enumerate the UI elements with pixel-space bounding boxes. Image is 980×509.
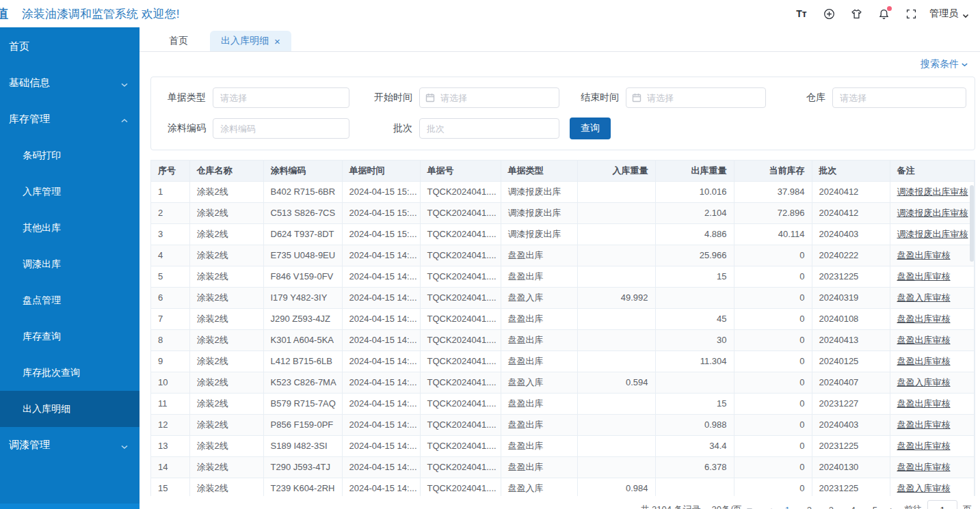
- remark-link[interactable]: 盘盈出库审核: [897, 356, 951, 366]
- table-row: 2涂装2线C513 S826-7CS2024-04-15 15:...TQCK2…: [151, 202, 974, 223]
- cell-batch: 20240412: [812, 202, 890, 223]
- remark-link[interactable]: 盘盈出库审核: [897, 398, 951, 409]
- remark-link[interactable]: 盘盈出库审核: [897, 462, 951, 472]
- close-icon[interactable]: ×: [274, 36, 280, 46]
- page-size-select[interactable]: 20条/页: [712, 504, 753, 509]
- cell-batch: 20240413: [812, 329, 890, 350]
- table-row: 7涂装2线J290 Z593-4JZ2024-04-15 14:...TQCK2…: [151, 308, 974, 329]
- page-number-5[interactable]: 5: [865, 500, 884, 509]
- remark-link[interactable]: 盘盈出库审核: [897, 271, 951, 281]
- sidebar-item-stock-query[interactable]: 库存查询: [0, 318, 140, 355]
- remark-link[interactable]: 调漆报废出库审核: [897, 229, 968, 239]
- cell-doc_time: 2024-04-15 14:...: [342, 245, 420, 266]
- sidebar-item-other-outbound[interactable]: 其他出库: [0, 210, 140, 246]
- sidebar-item-home[interactable]: 首页: [0, 29, 140, 65]
- add-circle-icon[interactable]: [823, 8, 835, 20]
- cell-doc_type: 盘盈入库: [501, 478, 577, 496]
- sidebar-item-barcode-print[interactable]: 条码打印: [0, 137, 140, 174]
- start-time-picker[interactable]: [419, 87, 559, 108]
- remark-link[interactable]: 盘盈出库审核: [897, 419, 951, 430]
- sidebar-item-inbound[interactable]: 入库管理: [0, 174, 140, 210]
- cell-batch: 20231225: [812, 266, 890, 287]
- sidebar-item-stock-batch-query[interactable]: 库存批次查询: [0, 355, 140, 391]
- vertical-scrollbar[interactable]: [970, 185, 974, 262]
- cell-stock: 0: [734, 478, 812, 496]
- cell-batch: 20240403: [812, 223, 890, 245]
- cell-paint_code: L412 B715-6LB: [263, 350, 342, 372]
- paint-code-input[interactable]: [213, 118, 349, 139]
- cell-stock: 0: [734, 372, 812, 393]
- field-paint-code: 涂料编码: [151, 118, 358, 139]
- remark-link[interactable]: 盘盈出库审核: [897, 335, 951, 345]
- table-row: 3涂装2线D624 T937-8DT2024-04-15 15:...TQCK2…: [151, 223, 974, 245]
- cell-warehouse: 涂装2线: [189, 372, 263, 393]
- remark-link[interactable]: 盘盈出库审核: [897, 441, 951, 451]
- goto-page-input[interactable]: [927, 500, 957, 509]
- cell-batch: 20231225: [812, 435, 890, 456]
- user-name: 管理员: [929, 8, 958, 20]
- calendar-icon: [632, 93, 641, 102]
- cell-doc_time: 2024-04-15 14:...: [342, 372, 420, 393]
- sidebar-item-inout-detail[interactable]: 出入库明细: [0, 391, 140, 427]
- sidebar-item-basic-info[interactable]: 基础信息: [0, 65, 140, 101]
- table-body: 1涂装2线B402 R715-6BR2024-04-15 15:...TQCK2…: [151, 181, 974, 496]
- notifications-icon[interactable]: [877, 8, 890, 20]
- cell-doc_time: 2024-04-15 15:...: [342, 181, 420, 202]
- cell-remark: 盘盈出库审核: [890, 245, 974, 266]
- batch-input[interactable]: [419, 118, 559, 139]
- top-header: 值 涂装油漆调和监管系统 欢迎您! Tт 管理员: [0, 0, 980, 27]
- remark-link[interactable]: 调漆报废出库审核: [897, 187, 968, 197]
- sidebar-item-inventory[interactable]: 库存管理: [0, 101, 140, 137]
- table-row: 4涂装2线E735 U048-9EU2024-04-15 14:...TQCK2…: [151, 245, 974, 266]
- cell-out_weight: 2.104: [655, 202, 734, 223]
- page-number-3[interactable]: 3: [821, 500, 840, 509]
- remark-link[interactable]: 盘盈出库审核: [897, 250, 951, 260]
- page-number-4[interactable]: 4: [843, 500, 862, 509]
- chevron-up-icon: [120, 115, 129, 124]
- remark-link[interactable]: 盘盈入库审核: [897, 377, 951, 387]
- remark-link[interactable]: 盘盈出库审核: [897, 314, 951, 324]
- cell-remark: 调漆报废出库审核: [890, 181, 974, 202]
- user-menu[interactable]: 管理员: [929, 8, 969, 20]
- font-size-icon[interactable]: Tт: [795, 8, 808, 20]
- cell-index: 4: [151, 245, 189, 266]
- sidebar-item-paint-outbound[interactable]: 调漆出库: [0, 246, 140, 282]
- query-button[interactable]: 查询: [570, 118, 611, 139]
- page-number-2[interactable]: 2: [799, 500, 819, 509]
- next-page-button[interactable]: ›: [886, 500, 897, 509]
- column-header-stock: 当前库存: [734, 161, 812, 181]
- cell-index: 5: [151, 266, 189, 287]
- cell-batch: 20240130: [812, 456, 890, 478]
- cell-in_weight: [577, 456, 655, 478]
- cell-remark: 调漆报废出库审核: [890, 223, 974, 245]
- remark-link[interactable]: 盘盈入库审核: [897, 292, 951, 303]
- sidebar-item-paint-mixing[interactable]: 调漆管理: [0, 427, 140, 463]
- end-time-picker[interactable]: [626, 87, 766, 108]
- cell-warehouse: 涂装2线: [189, 329, 263, 350]
- warehouse-select[interactable]: [832, 87, 966, 108]
- tab-inout-detail[interactable]: 出入库明细 ×: [210, 31, 291, 51]
- cell-paint_code: E735 U048-9EU: [263, 245, 342, 266]
- search-toggle-row: 搜索条件: [140, 52, 980, 77]
- tab-home[interactable]: 首页: [159, 31, 198, 51]
- page-number-1[interactable]: 1: [778, 500, 797, 509]
- cell-doc_time: 2024-04-15 14:...: [342, 393, 420, 414]
- prev-page-button[interactable]: ‹: [765, 500, 777, 509]
- cell-stock: 0: [734, 414, 812, 435]
- cell-batch: 20240125: [812, 350, 890, 372]
- field-document-type: 单据类型: [151, 87, 358, 108]
- sidebar-item-stocktaking[interactable]: 盘点管理: [0, 282, 140, 318]
- remark-link[interactable]: 盘盈入库审核: [897, 483, 951, 493]
- cell-doc_time: 2024-04-15 14:...: [342, 350, 420, 372]
- column-header-warehouse: 仓库名称: [189, 161, 263, 181]
- cell-doc_time: 2024-04-15 14:...: [342, 414, 420, 435]
- fullscreen-icon[interactable]: [905, 8, 917, 20]
- cell-paint_code: S189 I482-3SI: [263, 435, 342, 456]
- cell-out_weight: [655, 287, 734, 308]
- remark-link[interactable]: 调漆报废出库审核: [897, 208, 968, 218]
- search-conditions-toggle[interactable]: 搜索条件: [921, 58, 968, 70]
- document-type-select[interactable]: [213, 87, 349, 108]
- cell-in_weight: [577, 435, 655, 456]
- theme-skin-icon[interactable]: [850, 8, 862, 20]
- column-header-doc_type: 单据类型: [501, 161, 577, 181]
